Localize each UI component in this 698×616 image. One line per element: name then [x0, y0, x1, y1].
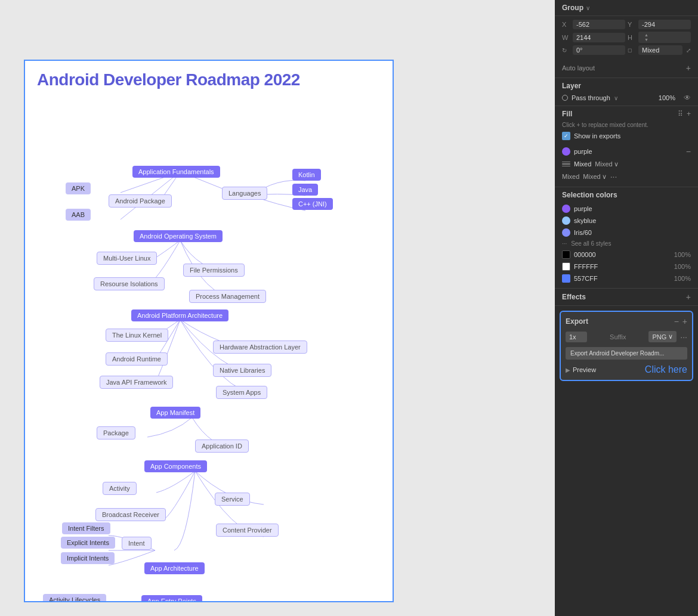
h-value[interactable]: ▲ ▼: [638, 32, 691, 43]
node-explicit-intents[interactable]: Explicit Intents: [61, 537, 115, 549]
y-value[interactable]: -294: [638, 20, 691, 29]
export-controls: − +: [674, 317, 687, 326]
node-process-mgmt[interactable]: Process Management: [189, 290, 266, 303]
swatch-skyblue[interactable]: [562, 216, 570, 225]
w-value[interactable]: 2144: [573, 33, 625, 42]
node-intent[interactable]: Intent: [122, 537, 152, 550]
fill-header: Fill ⠿ +: [562, 110, 691, 118]
fill-options-icon[interactable]: ···: [610, 172, 617, 181]
expand-icon[interactable]: ⤢: [686, 47, 691, 54]
node-activity-lifecycle[interactable]: Activity Lifecycles: [43, 594, 106, 602]
pass-through-label[interactable]: Pass through: [572, 94, 610, 101]
node-languages[interactable]: Languages: [222, 187, 267, 200]
canvas-frame: Android Developer Roadmap 2022: [24, 60, 394, 602]
fill-color-purple-row: purple −: [562, 145, 691, 158]
node-intent-filters[interactable]: Intent Filters: [62, 522, 110, 534]
node-app-id[interactable]: Application ID: [195, 439, 249, 453]
node-file-perm[interactable]: File Permissions: [183, 264, 245, 277]
selection-color-purple: purple: [562, 203, 691, 215]
selection-color-iris: Iris/60: [562, 227, 691, 239]
w-coord: W 2144: [562, 32, 625, 43]
swatch-black[interactable]: [562, 250, 570, 259]
node-service[interactable]: Service: [215, 493, 250, 506]
x-label: X: [562, 21, 570, 28]
export-remove-icon[interactable]: −: [674, 317, 679, 326]
node-app-manifest[interactable]: App Manifest: [150, 407, 200, 419]
scale-input[interactable]: [566, 332, 587, 342]
group-caret[interactable]: ∨: [586, 5, 590, 11]
click-here-button[interactable]: Click here: [645, 364, 687, 375]
mixed-dropdown1[interactable]: Mixed ∨: [595, 160, 618, 168]
swatch-blue[interactable]: [562, 274, 570, 283]
x-value[interactable]: -562: [573, 20, 625, 29]
effects-section: Effects +: [555, 289, 698, 306]
color-name-purple[interactable]: purple: [574, 148, 682, 155]
color-skyblue-label: skyblue: [574, 217, 691, 224]
node-activity[interactable]: Activity: [103, 482, 137, 495]
node-multi-user[interactable]: Multi-User Linux: [97, 252, 157, 265]
node-java[interactable]: Java: [292, 184, 318, 196]
lines-icon1: [562, 160, 570, 168]
fill-mixed-row2: Mixed Mixed ∨ ···: [562, 170, 691, 183]
auto-layout-add-icon[interactable]: +: [686, 63, 691, 73]
node-implicit-intents[interactable]: Implicit Intents: [61, 552, 115, 564]
fill-mixed-row1: Mixed Mixed ∨: [562, 158, 691, 170]
mixed-label1[interactable]: Mixed: [574, 160, 591, 168]
format-dropdown[interactable]: PNG ∨: [648, 331, 677, 342]
node-app-fundamentals[interactable]: Application Fundamentals: [132, 166, 220, 178]
show-exports-checkbox[interactable]: ✓: [562, 132, 570, 140]
roadmap-body: Application Fundamentals APK AAB Android…: [25, 94, 393, 602]
fill-add-icon[interactable]: +: [687, 110, 691, 118]
node-android-platform[interactable]: Android Platform Architecture: [131, 309, 228, 321]
swatch-white[interactable]: [562, 262, 570, 271]
remove-fill-icon[interactable]: −: [686, 147, 691, 156]
node-hw-abstraction[interactable]: Hardware Abstraction Layer: [213, 340, 307, 354]
node-native-libs[interactable]: Native Libraries: [213, 364, 271, 377]
opacity-value[interactable]: 100%: [659, 94, 675, 101]
auto-layout-label: Auto layout: [562, 64, 595, 72]
fill-grid-icon[interactable]: ⠿: [678, 110, 683, 118]
color-swatch-purple[interactable]: [562, 147, 570, 156]
node-aab[interactable]: AAB: [66, 209, 91, 221]
preview-label[interactable]: Preview: [573, 366, 596, 373]
hex-row-black: 000000 100%: [562, 249, 691, 261]
node-resource-iso[interactable]: Resourse Isolations: [94, 277, 165, 290]
node-android-runtime[interactable]: Android Runtime: [106, 352, 168, 366]
effects-header: Effects +: [562, 292, 691, 302]
show-exports-row: ✓ Show in exports: [562, 132, 691, 140]
preview-row: ▶ Preview Click here: [566, 364, 687, 375]
h-label: H: [628, 34, 636, 41]
hex-code-black[interactable]: 000000: [574, 251, 671, 258]
node-broadcast[interactable]: Broadcast Receiver: [95, 508, 166, 521]
corner-value[interactable]: Mixed: [638, 45, 682, 55]
node-linux-kernel[interactable]: The Linux Kernel: [106, 329, 168, 342]
export-options-icon[interactable]: ···: [680, 332, 687, 342]
node-app-arch[interactable]: App Architecture: [144, 562, 205, 574]
swatch-iris[interactable]: [562, 228, 570, 237]
export-add-icon[interactable]: +: [682, 317, 687, 326]
node-system-apps[interactable]: System Apps: [216, 386, 267, 399]
mixed-label2[interactable]: Mixed: [562, 173, 579, 180]
effects-add-icon[interactable]: +: [686, 292, 691, 302]
node-app-entry[interactable]: App Entry Points: [141, 595, 202, 602]
hex-code-white[interactable]: FFFFFF: [574, 263, 671, 270]
node-android-os[interactable]: Android Operating System: [134, 230, 223, 242]
node-cpp[interactable]: C++ (JNI): [292, 198, 333, 210]
preview-arrow-icon: ▶: [566, 367, 570, 373]
corner-coord: ◻ Mixed ⤢: [628, 45, 691, 55]
node-java-api[interactable]: Java API Framework: [100, 376, 173, 389]
node-package[interactable]: Package: [97, 426, 135, 439]
pass-through-caret[interactable]: ∨: [614, 95, 618, 101]
node-kotlin[interactable]: Kotlin: [292, 169, 321, 181]
swatch-purple-sel[interactable]: [562, 205, 570, 213]
mixed-dropdown2[interactable]: Mixed ∨: [583, 173, 606, 181]
node-app-components[interactable]: App Components: [144, 460, 207, 472]
rotate-value[interactable]: 0°: [573, 45, 625, 55]
hex-code-blue[interactable]: 557CFF: [574, 275, 671, 282]
node-apk[interactable]: APK: [66, 182, 91, 194]
visibility-icon[interactable]: 👁: [684, 94, 691, 102]
node-content-provider[interactable]: Content Provider: [216, 524, 279, 537]
node-android-package[interactable]: Android Package: [109, 194, 172, 208]
fill-icons: ⠿ +: [678, 110, 691, 118]
see-all-styles[interactable]: ··· See all 6 styles: [562, 239, 691, 249]
